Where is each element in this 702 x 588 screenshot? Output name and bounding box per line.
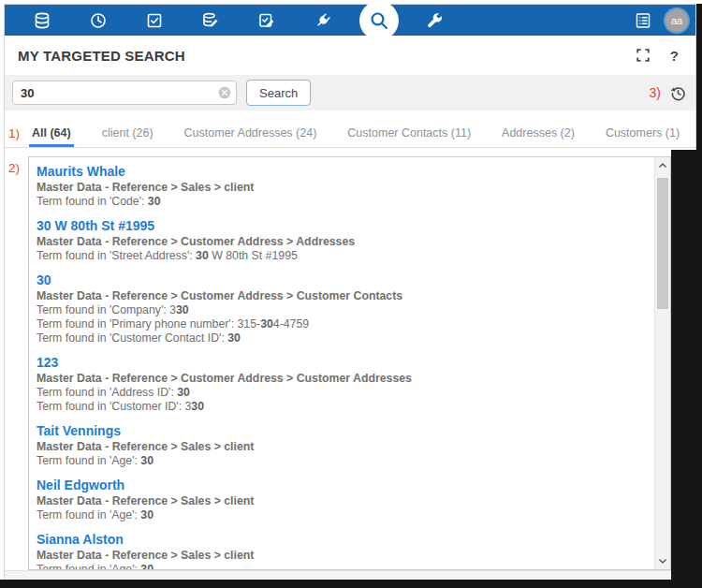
- result-breadcrumb: Master Data - Reference > Sales > client: [37, 440, 645, 454]
- result-term-line: Term found in 'Address ID': 30: [37, 386, 645, 400]
- scrollbar-thumb[interactable]: [657, 178, 668, 309]
- result-item: 30Master Data - Reference > Customer Add…: [37, 272, 645, 345]
- term-match: 30: [140, 563, 154, 569]
- result-title-link[interactable]: 123: [37, 354, 58, 371]
- search-bar: Search 3): [5, 75, 695, 110]
- tab-customers-1[interactable]: Customers (1): [603, 121, 682, 147]
- header: MY TARGETED SEARCH ?: [5, 36, 695, 75]
- annotation-2: 2): [8, 161, 20, 175]
- result-item: Maurits WhaleMaster Data - Reference > S…: [37, 163, 645, 209]
- clear-input-icon[interactable]: [218, 86, 231, 99]
- toolbar-left-icons: [33, 11, 445, 30]
- result-term-line: Term found in 'Age': 30: [37, 454, 645, 468]
- term-match: 30: [148, 195, 161, 208]
- result-term-line: Term found in 'Customer Contact ID': 30: [37, 331, 645, 345]
- result-term-line: Term found in 'Age': 30: [37, 508, 645, 522]
- help-icon[interactable]: ?: [670, 48, 679, 64]
- result-item: Tait VenningsMaster Data - Reference > S…: [37, 422, 645, 468]
- search-icon[interactable]: [359, 1, 399, 40]
- results-panel: Maurits WhaleMaster Data - Reference > S…: [28, 156, 671, 570]
- tab-customer-addresses-24[interactable]: Customer Addresses (24): [182, 121, 320, 147]
- result-item: Sianna AlstonMaster Data - Reference > S…: [37, 531, 645, 569]
- form-list-icon[interactable]: [634, 11, 652, 30]
- result-breadcrumb: Master Data - Reference > Sales > client: [37, 549, 645, 563]
- tabs: All (64)client (26)Customer Addresses (2…: [29, 121, 702, 147]
- result-term-line: Term found in 'Primary phone number': 31…: [37, 317, 645, 331]
- result-title-link[interactable]: Tait Vennings: [37, 422, 121, 439]
- page-title: MY TARGETED SEARCH: [18, 48, 185, 64]
- results-list: Maurits WhaleMaster Data - Reference > S…: [29, 157, 654, 569]
- result-breadcrumb: Master Data - Reference > Sales > client: [37, 181, 645, 195]
- result-item: 30 W 80th St #1995Master Data - Referenc…: [37, 217, 645, 263]
- search-icon-active-wrap: [370, 11, 388, 30]
- result-term-line: Term found in 'Customer ID': 330: [37, 400, 645, 414]
- window-shadow-right: [671, 150, 702, 588]
- clock-icon[interactable]: [89, 11, 108, 30]
- result-term-line: Term found in 'Company': 330: [37, 303, 645, 317]
- tab-client-26[interactable]: client (26): [99, 121, 156, 147]
- task-check-icon[interactable]: [145, 11, 164, 30]
- tab-addresses-2[interactable]: Addresses (2): [499, 121, 578, 147]
- result-breadcrumb: Master Data - Reference > Customer Addre…: [37, 289, 645, 303]
- result-title-link[interactable]: 30 W 80th St #1995: [37, 217, 154, 234]
- term-match: 30: [227, 331, 241, 345]
- result-title-link[interactable]: Maurits Whale: [37, 163, 125, 180]
- result-title-link[interactable]: Neil Edgworth: [37, 477, 124, 493]
- term-match: 30: [140, 454, 154, 467]
- search-button[interactable]: Search: [246, 80, 311, 106]
- scroll-up-icon[interactable]: [658, 162, 667, 169]
- vertical-scrollbar[interactable]: [654, 157, 670, 569]
- result-title-link[interactable]: 30: [37, 272, 51, 288]
- tab-all-64[interactable]: All (64): [29, 121, 74, 147]
- window-shadow-bottom: [0, 580, 702, 588]
- app-window: aa MY TARGETED SEARCH ? Search 3) 1) All…: [4, 4, 696, 580]
- tab-customer-contacts-11[interactable]: Customer Contacts (11): [344, 121, 474, 147]
- window-shadow-edge: [696, 4, 702, 150]
- result-item: Neil EdgworthMaster Data - Reference > S…: [37, 477, 645, 522]
- database-edit-icon[interactable]: [201, 11, 220, 30]
- horizontal-scrollbar[interactable]: [5, 570, 672, 580]
- term-match: 30: [176, 303, 189, 316]
- result-breadcrumb: Master Data - Reference > Sales > client: [37, 494, 645, 508]
- fullscreen-icon[interactable]: [636, 49, 650, 62]
- database-icon[interactable]: [33, 11, 51, 30]
- result-term-line: Term found in 'Age': 30: [37, 563, 645, 569]
- result-breadcrumb: Master Data - Reference > Customer Addre…: [37, 235, 645, 249]
- term-match: 30: [140, 508, 154, 522]
- avatar[interactable]: aa: [665, 9, 688, 32]
- top-toolbar: aa: [5, 5, 695, 36]
- history-icon[interactable]: [670, 85, 686, 101]
- header-icons: ?: [636, 48, 679, 64]
- result-breadcrumb: Master Data - Reference > Customer Addre…: [37, 372, 645, 386]
- annotation-1: 1): [8, 126, 20, 140]
- tabs-bar: 1) All (64)client (26)Customer Addresses…: [5, 121, 695, 148]
- task-edit-icon[interactable]: [257, 11, 276, 30]
- result-term-line: Term found in 'Street Address': 30 W 80t…: [37, 249, 645, 263]
- scroll-down-icon[interactable]: [658, 558, 667, 565]
- term-match: 30: [191, 400, 204, 413]
- term-match: 30: [196, 249, 209, 262]
- search-input-wrap: [12, 81, 237, 105]
- annotation-3: 3): [650, 85, 661, 100]
- wrench-icon[interactable]: [426, 11, 445, 30]
- term-match: 30: [260, 317, 273, 331]
- result-term-line: Term found in 'Code': 30: [37, 195, 645, 209]
- toolbar-right: aa: [634, 5, 688, 36]
- plug-icon[interactable]: [314, 11, 332, 30]
- result-item: 123Master Data - Reference > Customer Ad…: [37, 354, 645, 414]
- search-input[interactable]: [12, 81, 237, 105]
- term-match: 30: [177, 386, 190, 399]
- result-title-link[interactable]: Sianna Alston: [37, 531, 124, 548]
